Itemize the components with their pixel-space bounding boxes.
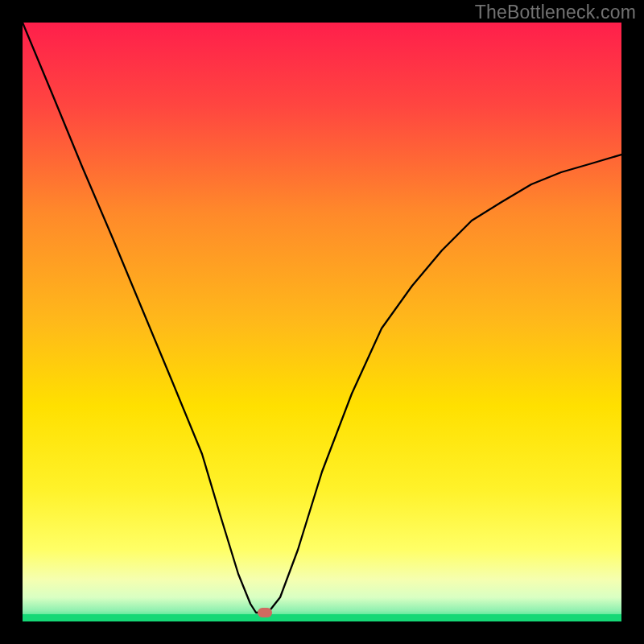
bottom-green-band (23, 614, 621, 621)
watermark-text: TheBottleneck.com (475, 2, 636, 23)
minimum-point-marker (258, 608, 272, 617)
gradient-background (23, 23, 621, 621)
chart-frame: TheBottleneck.com (0, 0, 644, 644)
chart-svg (23, 23, 621, 621)
plot-area (23, 23, 621, 621)
